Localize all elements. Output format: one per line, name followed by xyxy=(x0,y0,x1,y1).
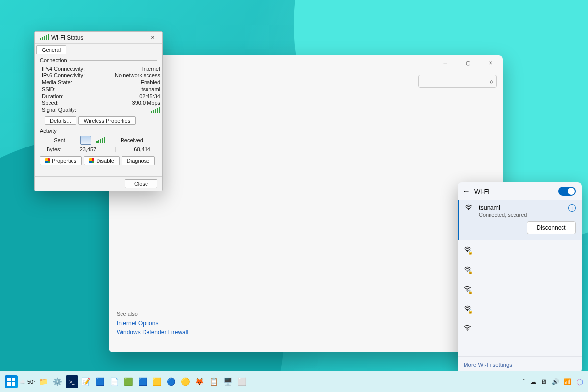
wifi-icon xyxy=(465,204,474,212)
tray-chevron-icon[interactable]: ˄ xyxy=(522,378,525,385)
wifi-icon xyxy=(464,324,471,332)
start-button[interactable] xyxy=(5,375,18,388)
network-center-window: ter ─ ▢ ✕ ⌕ See also Internet Options Wi… xyxy=(109,55,503,352)
app-icon[interactable]: 🖥️ xyxy=(222,375,235,388)
volume-icon[interactable]: 🔊 xyxy=(552,378,559,385)
connection-group: Connection xyxy=(40,57,67,63)
disconnect-button[interactable]: Disconnect xyxy=(527,221,576,234)
settings-icon[interactable]: ⚙️ xyxy=(51,375,64,388)
wireless-properties-button[interactable]: Wireless Properties xyxy=(78,116,136,125)
network-item[interactable]: 🔒 xyxy=(458,299,582,318)
svg-point-5 xyxy=(467,330,468,331)
wifi-bars-icon xyxy=(96,137,105,143)
wifi-lock-icon: 🔒 xyxy=(464,246,471,254)
firefox-icon[interactable]: 🦊 xyxy=(194,375,206,388)
netcenter-titlebar[interactable]: ter ─ ▢ ✕ xyxy=(109,55,503,70)
minimize-button[interactable]: ─ xyxy=(434,55,457,70)
details-button[interactable]: Details... xyxy=(45,116,76,125)
app-icon[interactable]: 📄 xyxy=(108,375,121,388)
shield-icon xyxy=(45,158,50,163)
wifi-toggle[interactable] xyxy=(558,187,576,196)
activity-group: Activity xyxy=(40,128,57,134)
copilot-icon[interactable]: ⬡ xyxy=(576,377,583,387)
wifi-tray-icon[interactable]: 📶 xyxy=(564,378,571,385)
diagnose-button[interactable]: Diagnose xyxy=(122,156,155,165)
search-input[interactable]: ⌕ xyxy=(418,75,497,88)
explorer-icon[interactable]: 📁 xyxy=(37,375,50,388)
wifi-status-titlebar[interactable]: Wi-Fi Status ✕ xyxy=(35,32,162,44)
internet-options-link[interactable]: Internet Options xyxy=(117,320,188,327)
back-icon[interactable]: ← xyxy=(463,188,471,195)
onedrive-icon[interactable]: ☁ xyxy=(530,378,536,385)
properties-button[interactable]: Properties xyxy=(40,156,82,165)
maximize-button[interactable]: ▢ xyxy=(457,55,479,70)
wifi-status-dialog: Wi-Fi Status ✕ General Connection IPv4 C… xyxy=(34,31,163,191)
signal-quality-icon xyxy=(151,107,160,114)
more-wifi-settings-link[interactable]: More Wi-Fi settings xyxy=(458,356,582,373)
wifi-lock-icon: 🔒 xyxy=(464,305,471,313)
terminal-icon[interactable]: >_ xyxy=(66,375,78,388)
weather-widget[interactable]: ☁️50° xyxy=(19,375,36,388)
edge-dev-icon[interactable]: 🟦 xyxy=(137,375,149,388)
computer-icon xyxy=(80,136,91,145)
edge-canary-icon[interactable]: 🟨 xyxy=(151,375,164,388)
see-also-label: See also xyxy=(117,311,188,317)
battery-icon[interactable]: 🖥 xyxy=(541,378,547,385)
network-item[interactable]: 🔒 xyxy=(458,240,582,260)
wifi-flyout: ← Wi-Fi tsunami i Connected, secured Dis… xyxy=(458,182,582,373)
app-icon[interactable]: 📋 xyxy=(208,375,220,388)
search-icon: ⌕ xyxy=(490,78,493,85)
svg-point-0 xyxy=(468,209,469,210)
wifi-lock-icon: 🔒 xyxy=(464,285,471,293)
network-item[interactable]: 🔒 xyxy=(458,279,582,299)
firewall-link[interactable]: Windows Defender Firewall xyxy=(117,329,188,336)
chrome-icon[interactable]: 🟡 xyxy=(179,375,192,388)
wifi-lock-icon: 🔒 xyxy=(464,266,471,273)
network-item[interactable] xyxy=(458,318,582,338)
wifi-bars-icon xyxy=(40,34,49,41)
chromium-icon[interactable]: 🔵 xyxy=(165,375,178,388)
wifi-flyout-title: Wi-Fi xyxy=(474,188,553,195)
tab-general[interactable]: General xyxy=(36,45,66,54)
network-item-tsunami[interactable]: tsunami i Connected, secured Disconnect xyxy=(458,200,582,240)
network-item[interactable]: 🔒 xyxy=(458,260,582,279)
disable-button[interactable]: Disable xyxy=(84,156,120,165)
svg-rect-7 xyxy=(12,378,15,381)
edge-icon[interactable]: 🟦 xyxy=(94,375,107,388)
close-button[interactable]: ✕ xyxy=(145,32,161,44)
app-icon[interactable]: 📝 xyxy=(80,375,93,388)
shield-icon xyxy=(89,158,94,163)
info-icon[interactable]: i xyxy=(568,204,576,212)
edge-beta-icon[interactable]: 🟩 xyxy=(122,375,135,388)
svg-rect-6 xyxy=(7,378,11,381)
svg-rect-9 xyxy=(12,382,15,386)
close-button[interactable]: Close xyxy=(125,179,157,188)
wifi-status-title: Wi-Fi Status xyxy=(51,34,145,41)
app-icon[interactable]: ⬜ xyxy=(236,375,249,388)
close-button[interactable]: ✕ xyxy=(479,55,502,70)
svg-rect-8 xyxy=(7,382,11,386)
taskbar: ☁️50° 📁 ⚙️ >_ 📝 🟦 📄 🟩 🟦 🟨 🔵 🟡 🦊 📋 🖥️ ⬜ ˄… xyxy=(0,371,588,392)
